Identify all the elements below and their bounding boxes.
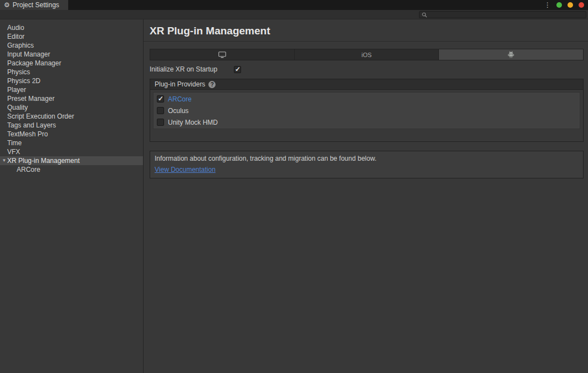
ios-tab-label: iOS	[361, 52, 371, 58]
window-controls	[556, 2, 584, 8]
sidebar-item-quality[interactable]: Quality	[0, 103, 143, 112]
sidebar-item-script-execution-order[interactable]: Script Execution Order	[0, 112, 143, 121]
sidebar-item-xr-plug-in-management[interactable]: ▼ XR Plug-in Management	[0, 156, 143, 165]
sidebar-list: AudioEditorGraphicsInput ManagerPackage …	[0, 23, 143, 156]
help-icon[interactable]: ?	[208, 81, 216, 88]
monitor-icon	[218, 52, 226, 58]
sidebar-item-audio[interactable]: Audio	[0, 23, 143, 32]
sidebar-item-label: XR Plug-in Management	[7, 156, 80, 165]
provider-checkbox-oculus[interactable]	[157, 107, 164, 114]
main-panel: XR Plug-in Management iOS	[144, 19, 588, 373]
info-text: Information about configuration, trackin…	[155, 155, 579, 163]
sidebar-item-package-manager[interactable]: Package Manager	[0, 59, 143, 68]
sidebar-item-textmesh-pro[interactable]: TextMesh Pro	[0, 130, 143, 139]
window-control-red[interactable]	[579, 2, 584, 8]
provider-label: Oculus	[168, 107, 188, 115]
providers-list: ARCoreOculusUnity Mock HMD	[153, 92, 580, 129]
project-settings-window: ⚙ Project Settings ⋮ AudioEditorGraphics…	[0, 0, 588, 373]
foldout-triangle-icon[interactable]: ▼	[1, 156, 7, 165]
sidebar-item-label: ARCore	[17, 166, 40, 173]
platform-tab-ios[interactable]: iOS	[295, 49, 439, 60]
search-input[interactable]	[430, 12, 584, 18]
page-title: XR Plug-in Management	[150, 24, 584, 38]
info-box: Information about configuration, trackin…	[150, 151, 584, 178]
settings-sidebar: AudioEditorGraphicsInput ManagerPackage …	[0, 19, 144, 373]
provider-row-arcore: ARCore	[154, 93, 580, 105]
plugin-providers-title: Plug-in Providers	[155, 80, 205, 88]
title-divider	[144, 41, 588, 42]
provider-row-unity-mock-hmd: Unity Mock HMD	[154, 116, 580, 128]
toolbar	[0, 10, 588, 19]
window-control-yellow[interactable]	[567, 2, 573, 8]
window-tab-project-settings[interactable]: ⚙ Project Settings	[0, 0, 68, 10]
sidebar-item-editor[interactable]: Editor	[0, 32, 143, 41]
sidebar-item-tags-and-layers[interactable]: Tags and Layers	[0, 121, 143, 130]
sidebar-item-arcore[interactable]: ARCore	[0, 165, 143, 174]
initialize-xr-checkbox[interactable]	[234, 66, 241, 73]
titlebar: ⚙ Project Settings ⋮	[0, 0, 588, 10]
provider-row-oculus: Oculus	[154, 105, 580, 116]
sidebar-item-input-manager[interactable]: Input Manager	[0, 50, 143, 59]
platform-tab-android[interactable]	[439, 49, 583, 60]
sidebar-item-preset-manager[interactable]: Preset Manager	[0, 94, 143, 103]
gear-icon: ⚙	[4, 2, 10, 8]
window-tab-label: Project Settings	[13, 1, 59, 9]
platform-tab-standalone[interactable]	[150, 49, 295, 60]
provider-checkbox-unity-mock-hmd[interactable]	[157, 119, 164, 126]
view-documentation-link[interactable]: View Documentation	[155, 166, 216, 173]
plugin-providers-header: Plug-in Providers ?	[150, 79, 583, 90]
search-box[interactable]	[419, 11, 586, 18]
initialize-xr-label: Initialize XR on Startup	[150, 65, 234, 73]
sidebar-item-physics[interactable]: Physics	[0, 68, 143, 76]
initialize-xr-row: Initialize XR on Startup	[150, 65, 584, 73]
plugin-providers-section: Plug-in Providers ? ARCoreOculusUnity Mo…	[150, 79, 584, 142]
provider-label: Unity Mock HMD	[168, 119, 218, 126]
sidebar-item-graphics[interactable]: Graphics	[0, 41, 143, 50]
search-icon	[422, 12, 427, 18]
window-control-green[interactable]	[556, 2, 562, 8]
platform-tabstrip: iOS	[150, 49, 584, 60]
provider-checkbox-arcore[interactable]	[157, 95, 164, 103]
titlebar-controls: ⋮	[544, 0, 584, 10]
provider-label: ARCore	[168, 95, 192, 103]
sidebar-item-time[interactable]: Time	[0, 139, 143, 147]
sidebar-item-physics-2d[interactable]: Physics 2D	[0, 76, 143, 85]
sidebar-item-player[interactable]: Player	[0, 85, 143, 94]
android-icon	[508, 51, 514, 58]
overflow-menu-icon[interactable]: ⋮	[544, 2, 551, 8]
sidebar-item-vfx[interactable]: VFX	[0, 147, 143, 156]
